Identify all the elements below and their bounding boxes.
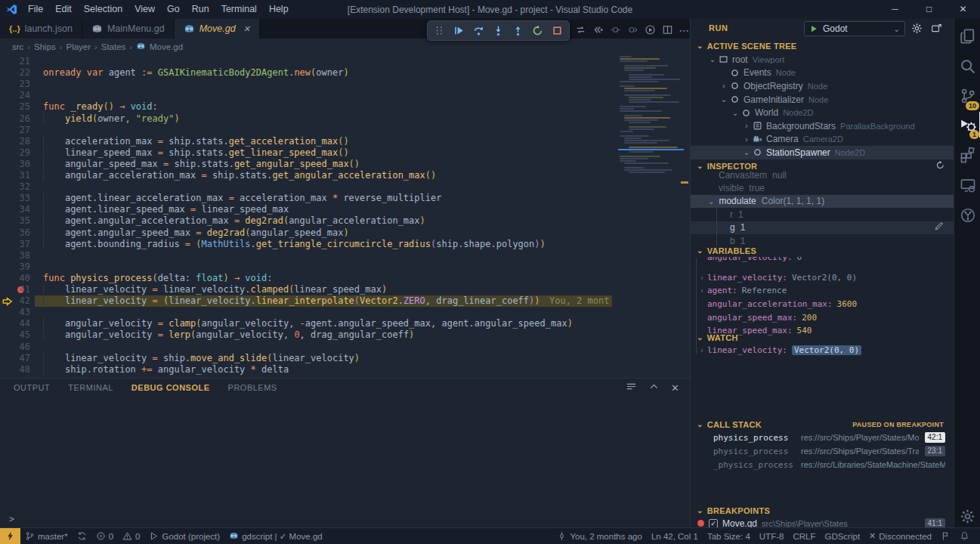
sync-status[interactable] — [73, 528, 91, 544]
search-icon[interactable] — [954, 53, 980, 80]
section-watch[interactable]: ⌄WATCH — [691, 331, 954, 344]
breadcrumb-file[interactable]: Move.gd — [150, 42, 183, 51]
chevron-right-icon[interactable]: › — [742, 135, 751, 144]
step-over-button[interactable] — [469, 23, 488, 39]
chevron-right-icon[interactable]: › — [697, 274, 707, 282]
maximize-panel-icon[interactable] — [648, 381, 660, 395]
extensions-icon[interactable] — [954, 141, 980, 168]
code-line[interactable]: 46 — [0, 342, 690, 353]
minimize-button[interactable]: ─ — [878, 0, 912, 19]
panel-tab-debug-console[interactable]: DEBUG CONSOLE — [131, 382, 210, 394]
reverse-continue-button[interactable] — [592, 24, 604, 36]
stop-button[interactable] — [548, 23, 567, 39]
scene-tree-item-events[interactable]: EventsNode — [691, 66, 954, 80]
code-line[interactable]: 23 — [0, 79, 690, 90]
settings-gear-icon[interactable] — [954, 502, 980, 530]
close-button[interactable]: ✕ — [946, 0, 980, 19]
continue-button[interactable] — [450, 23, 468, 39]
code-line[interactable]: 44 angular_velocity = clamp(angular_velo… — [0, 318, 690, 329]
menu-terminal[interactable]: Terminal — [215, 0, 263, 19]
variable-row-angular_speed_max[interactable]: angular_speed_max:200 — [691, 311, 954, 324]
variable-row-partial[interactable]: angular_velocity:0 — [691, 257, 954, 264]
tab-size[interactable]: Tab Size: 4 — [703, 528, 755, 544]
menu-go[interactable]: Go — [161, 0, 186, 19]
chevron-down-icon[interactable]: ⌄ — [708, 197, 714, 206]
code-line[interactable]: 24 — [0, 90, 690, 101]
filter-icon[interactable] — [626, 381, 637, 395]
code-line[interactable]: 48 ship.rotation += angular_velocity * d… — [0, 364, 690, 376]
minimap[interactable] — [618, 56, 684, 231]
section-variables[interactable]: ⌄VARIABLES — [691, 244, 954, 257]
panel-tab-output[interactable]: OUTPUT — [14, 382, 50, 394]
inspector-row-g[interactable]: g1 — [691, 221, 954, 234]
chevron-down-icon[interactable]: ⌄ — [719, 95, 728, 104]
error-count[interactable]: 0 — [91, 528, 118, 544]
chevron-right-icon[interactable]: › — [697, 286, 707, 295]
chevron-right-icon[interactable]: › — [719, 82, 728, 90]
explorer-icon[interactable] — [954, 23, 980, 50]
chevron-down-icon[interactable]: ⌄ — [708, 55, 717, 63]
breakpoint-checkbox[interactable]: ✓ — [709, 519, 718, 528]
breadcrumb[interactable]: src›Ships›Player›States›Move.gd — [0, 39, 690, 54]
breadcrumb-item[interactable]: Player — [66, 42, 91, 51]
launch-config-dropdown[interactable]: Godot ⌄ — [804, 21, 905, 36]
inspector-row-r[interactable]: r1 — [691, 208, 954, 221]
language-mode[interactable]: GDScript — [820, 528, 864, 544]
open-debug-view-icon[interactable] — [931, 23, 942, 36]
code-line[interactable]: 43 — [0, 307, 690, 318]
chevron-down-icon[interactable]: ⌄ — [742, 148, 751, 156]
code-line[interactable]: 33 agent.linear_acceleration_max = accel… — [0, 193, 690, 204]
warning-count[interactable]: 0 — [118, 528, 144, 544]
scene-tree-item-gameinitializer[interactable]: ⌄GameInitializerNode — [691, 93, 954, 107]
gitlens-icon[interactable] — [954, 202, 980, 229]
code-line[interactable]: 38 — [0, 250, 690, 261]
breadcrumb-item[interactable]: src — [12, 42, 23, 51]
run-file-button[interactable] — [644, 24, 656, 36]
call-stack-frame[interactable]: physics_processres://src/Ships/Player/St… — [691, 431, 954, 444]
tab-mainmenu-gd[interactable]: MainMenu.gd — [82, 19, 175, 39]
notifications[interactable] — [955, 528, 974, 544]
code-line[interactable]: 27 — [0, 125, 690, 136]
code-line[interactable]: 29 linear_speed_max = ship.stats.get_lin… — [0, 147, 690, 159]
chevron-right-icon[interactable]: › — [697, 346, 707, 354]
call-stack-frame[interactable]: _physics_processres://src/Libraries/Stat… — [691, 458, 954, 471]
code-editor[interactable]: 2122onready var agent := GSAIKinematicBo… — [0, 54, 690, 378]
call-stack-frame[interactable]: physics_processres://src/Ships/Player/St… — [691, 444, 954, 458]
close-panel-icon[interactable]: ✕ — [671, 382, 679, 394]
blame-status[interactable]: You, 2 months ago — [552, 528, 646, 544]
scene-tree-item-camera[interactable]: ›CameraCamera2D — [691, 133, 954, 147]
start-debug-icon[interactable] — [809, 24, 818, 33]
code-line[interactable]: 36 agent.angular_speed_max = deg2rad(ang… — [0, 227, 690, 239]
maximize-button[interactable]: □ — [912, 0, 946, 19]
menu-edit[interactable]: Edit — [49, 0, 78, 19]
variable-row-linear_velocity[interactable]: ›linear_velocity:Vector2(0, 0) — [691, 271, 954, 285]
gdscript-status[interactable]: gdscript | ✓ Move.gd — [224, 528, 327, 544]
run-debug-icon[interactable]: 1 — [954, 111, 980, 138]
hot-reload-button[interactable] — [574, 24, 586, 36]
code-line[interactable]: 26 yield(owner, "ready") — [0, 113, 690, 125]
restart-button[interactable] — [528, 23, 547, 39]
variable-row-agent[interactable]: ›agent:Reference — [691, 284, 954, 298]
lsp-status[interactable]: ✕Disconnected — [864, 528, 936, 544]
menu-view[interactable]: View — [128, 0, 161, 19]
code-line[interactable]: 47 linear_velocity = ship.move_and_slide… — [0, 353, 690, 364]
menu-file[interactable]: File — [22, 0, 49, 19]
tab-move-gd[interactable]: Move.gd✕ — [175, 19, 260, 39]
code-line[interactable]: 39 — [0, 261, 690, 273]
panel-tab-problems[interactable]: PROBLEMS — [228, 382, 277, 394]
code-line[interactable]: 22onready var agent := GSAIKinematicBody… — [0, 67, 690, 79]
inspector-row-modulate[interactable]: ⌄modulateColor(1, 1, 1, 1) — [691, 195, 954, 208]
debug-console-prompt[interactable]: > — [9, 514, 14, 524]
scene-tree-item-objectregistry[interactable]: ›ObjectRegistryNode — [691, 79, 954, 93]
step-back-button[interactable] — [609, 24, 621, 36]
inspector-row-visible[interactable]: visibletrue — [691, 181, 954, 194]
code-line[interactable]: 31 angular_acceleration_max = ship.stats… — [0, 170, 690, 181]
watch-row-linear_velocity[interactable]: ›linear_velocity:Vector2(0, 0) — [691, 344, 954, 357]
debug-settings-gear-icon[interactable] — [911, 23, 923, 36]
code-line[interactable]: You, 2 months ago42 linear_velocity = (l… — [0, 295, 690, 307]
code-line[interactable]: 28 acceleration_max = ship.stats.get_acc… — [0, 136, 690, 147]
section-call-stack[interactable]: ⌄CALL STACKPAUSED ON BREAKPOINT — [691, 418, 954, 431]
cursor-position[interactable]: Ln 42, Col 1 — [647, 528, 703, 544]
section-active-scene-tree[interactable]: ⌄ACTIVE SCENE TREE — [691, 39, 954, 52]
chevron-right-icon[interactable]: › — [742, 122, 751, 130]
